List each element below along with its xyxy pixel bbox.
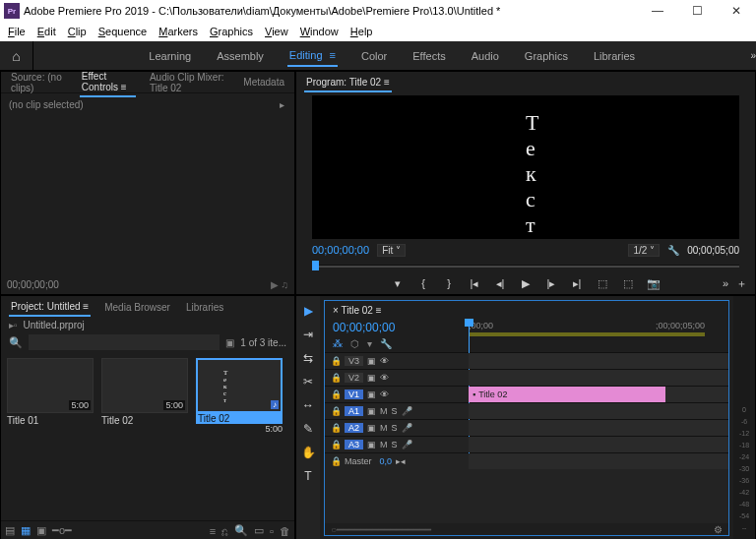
project-item[interactable]: 5:00 Title 02 — [101, 358, 188, 514]
voice-over-icon[interactable]: 🎤 — [402, 440, 412, 449]
mute-button[interactable]: M — [380, 406, 388, 416]
eye-icon[interactable]: 👁 — [380, 373, 389, 383]
tab-program[interactable]: Program: Title 02 ≡ — [304, 74, 392, 92]
mark-out-button[interactable]: } — [441, 277, 457, 289]
step-forward-button[interactable]: |▸ — [543, 277, 559, 290]
selection-tool[interactable]: ▶ — [299, 302, 317, 320]
tab-audio-clip-mixer[interactable]: Audio Clip Mixer: Title 02 — [148, 69, 229, 96]
list-view-button[interactable]: ▤ — [5, 524, 15, 537]
eye-icon[interactable]: 👁 — [380, 389, 389, 399]
program-viewport[interactable]: Текст — [312, 95, 739, 239]
timeline-ruler[interactable]: ;00;00 ;00;00;05;00 ;00;00;10; — [469, 319, 728, 352]
sort-icon[interactable]: ≡ — [210, 525, 216, 537]
workspace-assembly[interactable]: Assembly — [215, 46, 266, 66]
automate-button[interactable]: ⎌ — [221, 525, 228, 537]
extract-button[interactable]: ⬚ — [620, 277, 636, 290]
hand-tool[interactable]: ✋ — [299, 444, 317, 461]
menu-clip[interactable]: Clip — [62, 24, 93, 39]
meter-icon[interactable]: ▸◂ — [396, 456, 406, 466]
lock-icon[interactable]: 🔒 — [331, 373, 341, 383]
workspace-libraries[interactable]: Libraries — [592, 46, 637, 66]
lock-icon[interactable]: 🔒 — [331, 423, 341, 433]
timeline-options-icon[interactable]: ⚙ — [714, 524, 723, 535]
mute-button[interactable]: M — [380, 423, 388, 433]
step-back-button[interactable]: ◂| — [492, 277, 508, 290]
workspace-menu-icon[interactable]: ≡ — [327, 49, 336, 61]
tab-effect-controls[interactable]: Effect Controls ≡ — [80, 68, 136, 97]
menu-markers[interactable]: Markers — [153, 24, 204, 39]
workspace-learning[interactable]: Learning — [147, 46, 193, 66]
panel-toggle-icon[interactable]: ▸ — [280, 99, 284, 110]
toggle-output-icon[interactable]: ▣ — [367, 440, 376, 449]
go-to-out-button[interactable]: ▸| — [569, 277, 585, 290]
project-search-input[interactable] — [29, 334, 220, 350]
tab-libraries[interactable]: Libraries — [184, 299, 225, 316]
playhead-icon[interactable] — [312, 261, 319, 270]
menu-edit[interactable]: Edit — [32, 24, 62, 39]
timeline-timecode[interactable]: 00;00;00;00 — [333, 321, 461, 334]
program-timecode-left[interactable]: 00;00;00;00 — [312, 244, 369, 256]
window-minimize-button[interactable]: — — [638, 0, 677, 22]
marker-icon[interactable]: ▾ — [367, 338, 372, 349]
video-track[interactable]: 🔒V3▣👁 — [325, 352, 728, 369]
find-button[interactable]: 🔍 — [234, 524, 248, 537]
work-area-bar[interactable] — [469, 332, 705, 336]
solo-button[interactable]: S — [392, 440, 398, 449]
lock-icon[interactable]: 🔒 — [331, 406, 341, 416]
eye-icon[interactable]: 👁 — [380, 356, 389, 366]
freeform-view-button[interactable]: ▣ — [36, 524, 46, 537]
workspace-color[interactable]: Color — [359, 46, 389, 66]
menu-file[interactable]: File — [2, 24, 32, 39]
go-to-in-button[interactable]: |◂ — [467, 277, 482, 290]
video-track[interactable]: 🔒V2▣👁 — [325, 369, 728, 386]
settings-icon[interactable]: 🔧 — [380, 338, 392, 349]
zoom-slider[interactable]: ━o━ — [52, 524, 72, 537]
audio-track[interactable]: 🔒A1▣MS🎤 — [325, 402, 728, 419]
workspace-overflow-button[interactable]: » — [750, 50, 756, 61]
button-editor[interactable]: ＋ — [733, 276, 749, 291]
resolution-dropdown[interactable]: 1/2 ˅ — [628, 244, 660, 257]
program-scrubber[interactable] — [312, 259, 739, 272]
master-track[interactable]: 🔒Master0,0▸◂ — [325, 452, 728, 469]
export-frame-button[interactable]: 📷 — [646, 277, 662, 290]
workspace-effects[interactable]: Effects — [410, 46, 447, 66]
toggle-output-icon[interactable]: ▣ — [367, 406, 376, 416]
fit-dropdown[interactable]: Fit ˅ — [377, 244, 406, 257]
bin-icon[interactable]: ▸▫ — [9, 320, 18, 330]
workspace-audio[interactable]: Audio — [470, 46, 501, 66]
solo-button[interactable]: S — [392, 423, 398, 433]
voice-over-icon[interactable]: 🎤 — [402, 406, 412, 416]
snap-icon[interactable]: ⁂ — [333, 338, 343, 349]
delete-button[interactable]: 🗑 — [280, 525, 290, 537]
filter-icon[interactable]: ▣ — [225, 337, 234, 348]
new-bin-button[interactable]: ▭ — [254, 524, 264, 537]
lock-icon[interactable]: 🔒 — [331, 356, 341, 366]
window-maximize-button[interactable]: ☐ — [677, 0, 717, 22]
new-item-button[interactable]: ▫ — [270, 525, 274, 537]
toggle-output-icon[interactable]: ▣ — [367, 356, 376, 366]
voice-over-icon[interactable]: 🎤 — [402, 423, 412, 433]
timeline-clip[interactable]: ▪Title 02 — [469, 387, 665, 402]
icon-view-button[interactable]: ▦ — [21, 524, 31, 537]
window-close-button[interactable]: ✕ — [717, 0, 756, 22]
workspace-editing[interactable]: Editing ≡ — [287, 45, 338, 67]
pen-tool[interactable]: ✎ — [299, 420, 317, 438]
master-value[interactable]: 0,0 — [380, 456, 393, 466]
timeline-tab[interactable]: × Title 02 ≡ — [333, 305, 381, 316]
lock-icon[interactable]: 🔒 — [331, 440, 341, 449]
menu-window[interactable]: Window — [294, 24, 345, 39]
add-marker-button[interactable]: ▾ — [390, 277, 406, 290]
track-select-tool[interactable]: ⇥ — [299, 326, 317, 343]
toggle-output-icon[interactable]: ▣ — [367, 389, 376, 399]
tab-project[interactable]: Project: Untitled ≡ — [9, 298, 91, 317]
timeline-zoom-slider[interactable]: ○━━━━━━━━━━━━━━━━ — [331, 524, 714, 535]
tab-metadata[interactable]: Metadata — [241, 74, 286, 90]
audio-track[interactable]: 🔒A3▣MS🎤 — [325, 436, 728, 452]
lock-icon[interactable]: 🔒 — [331, 456, 341, 466]
tab-media-browser[interactable]: Media Browser — [102, 299, 172, 316]
lock-icon[interactable]: 🔒 — [331, 389, 341, 399]
lift-button[interactable]: ⬚ — [595, 277, 610, 290]
toggle-output-icon[interactable]: ▣ — [367, 423, 376, 433]
menu-graphics[interactable]: Graphics — [204, 24, 259, 39]
tab-source[interactable]: Source: (no clips) — [9, 69, 68, 96]
